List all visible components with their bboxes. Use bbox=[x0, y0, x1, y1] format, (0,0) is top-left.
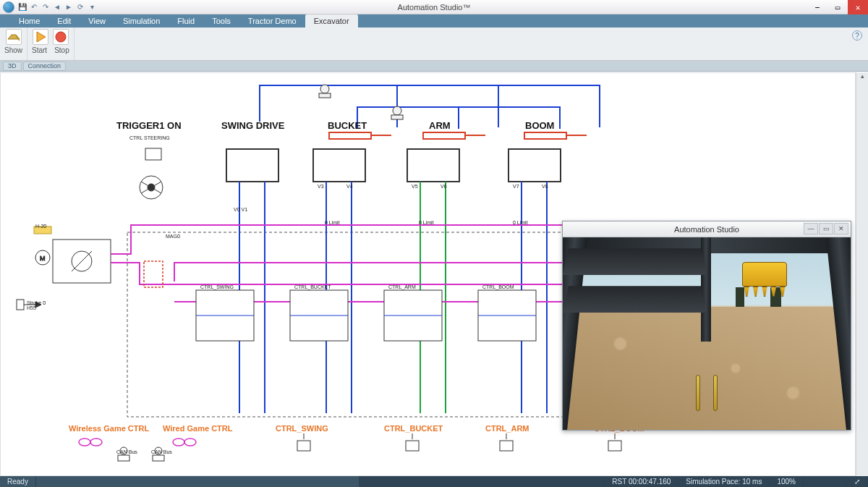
label-limit-1: 0 Limit bbox=[325, 220, 340, 225]
window-minimize-button[interactable] bbox=[807, 0, 827, 14]
label-h20: H-20 bbox=[35, 224, 46, 229]
ribbon-stop-label: Stop bbox=[54, 46, 69, 54]
menu-bar: Home Edit View Simulation Fluid Tools Tr… bbox=[0, 14, 868, 27]
show-3d-button[interactable] bbox=[6, 29, 22, 45]
ribbon-sub-tabs: 3D Connection bbox=[0, 61, 868, 72]
svg-rect-4 bbox=[319, 93, 331, 98]
status-zoom-slider[interactable] bbox=[804, 476, 847, 487]
svg-text:M: M bbox=[40, 255, 46, 262]
svg-rect-8 bbox=[313, 149, 365, 182]
ribbon: Show Start Stop ? bbox=[0, 27, 868, 61]
label-ctrl-bucket-small: CTRL_BUCKET bbox=[294, 284, 331, 289]
title-bar: 💾 ↶ ↷ ◄ ► ⟳ ▾ Automation Studio™ bbox=[0, 0, 868, 14]
label-wireless-game-ctrl: Wireless Game CTRL bbox=[69, 424, 149, 433]
label-limit-2: 0 Limit bbox=[419, 220, 434, 225]
label-v8: V8 bbox=[542, 184, 548, 189]
panel-maximize-button[interactable]: ▭ bbox=[819, 223, 833, 234]
svg-rect-31 bbox=[144, 261, 163, 287]
svg-rect-13 bbox=[423, 132, 465, 139]
ribbon-start-label: Start bbox=[32, 46, 47, 54]
qat-refresh-icon[interactable]: ⟳ bbox=[75, 2, 85, 12]
status-pace: Simulation Pace: 10 ms bbox=[678, 476, 770, 487]
svg-rect-53 bbox=[118, 455, 129, 461]
qat-more-icon[interactable]: ▾ bbox=[87, 2, 97, 12]
window-maximize-button[interactable] bbox=[827, 0, 848, 14]
status-ready: Ready bbox=[0, 476, 36, 487]
menu-home[interactable]: Home bbox=[10, 14, 48, 27]
panel-close-button[interactable]: ✕ bbox=[834, 223, 848, 234]
stop-simulation-button[interactable] bbox=[53, 29, 69, 45]
panel-minimize-button[interactable]: — bbox=[804, 223, 818, 234]
quick-access-toolbar: 💾 ↶ ↷ ◄ ► ⟳ ▾ bbox=[17, 2, 97, 12]
status-zoom: 100% bbox=[770, 476, 804, 487]
label-ctrl-bucket: CTRL_BUCKET bbox=[384, 424, 443, 433]
svg-rect-63 bbox=[17, 300, 24, 310]
svg-rect-9 bbox=[407, 149, 459, 182]
label-ctrl-boom-small: CTRL_BOOM bbox=[482, 284, 514, 289]
menu-tractor-demo[interactable]: Tractor Demo bbox=[239, 14, 305, 27]
qat-redo-icon[interactable]: ↷ bbox=[41, 2, 51, 12]
svg-point-51 bbox=[184, 439, 196, 446]
ribbon-show-label: Show bbox=[4, 46, 22, 54]
excavator-3d-viewport[interactable] bbox=[563, 237, 851, 430]
window-close-button[interactable] bbox=[848, 0, 868, 14]
label-ctrl-steering: CTRL STEERING bbox=[129, 135, 170, 140]
label-v4: V4 bbox=[346, 184, 353, 189]
svg-rect-11 bbox=[329, 132, 371, 139]
label-v5: V5 bbox=[412, 184, 418, 189]
menu-view[interactable]: View bbox=[80, 14, 114, 27]
svg-point-3 bbox=[320, 85, 329, 93]
label-ctrl-swing-small: CTRL_SWING bbox=[200, 284, 234, 289]
ribbon-group-show: Show bbox=[0, 27, 27, 60]
svg-rect-10 bbox=[509, 149, 561, 182]
panel-title-bar[interactable]: Automation Studio — ▭ ✕ bbox=[563, 221, 851, 237]
svg-point-48 bbox=[79, 439, 90, 446]
svg-marker-0 bbox=[37, 32, 46, 42]
svg-rect-44 bbox=[500, 441, 513, 451]
label-wired-game-ctrl: Wired Game CTRL bbox=[163, 424, 232, 433]
menu-edit[interactable]: Edit bbox=[48, 14, 80, 27]
label-can-bus-1: CAN Bus bbox=[116, 449, 137, 454]
scroll-up-icon[interactable]: ▴ bbox=[856, 72, 868, 85]
svg-point-1 bbox=[56, 32, 66, 42]
menu-tools[interactable]: Tools bbox=[203, 14, 239, 27]
menu-fluid[interactable]: Fluid bbox=[169, 14, 203, 27]
qat-undo-icon[interactable]: ↶ bbox=[29, 2, 39, 12]
control-levers bbox=[696, 375, 718, 411]
label-v0v1: V0 V1 bbox=[234, 207, 247, 212]
qat-forward-icon[interactable]: ► bbox=[64, 2, 74, 12]
menu-simulation[interactable]: Simulation bbox=[114, 14, 169, 27]
label-limit-3: 0 Limit bbox=[513, 220, 528, 225]
label-can-bus-2: CAN Bus bbox=[151, 449, 172, 454]
help-icon[interactable]: ? bbox=[852, 30, 862, 41]
label-ctrl-arm-small: CTRL_ARM bbox=[388, 284, 416, 289]
vertical-scrollbar[interactable]: ▴ bbox=[856, 72, 868, 476]
label-stroke: Stroke 0 H55 bbox=[27, 300, 46, 310]
label-v3: V3 bbox=[318, 184, 324, 189]
label-trigger1: TRIGGER1 ON bbox=[116, 120, 182, 131]
label-bucket: BUCKET bbox=[328, 120, 367, 131]
label-ctrl-swing: CTRL_SWING bbox=[276, 424, 328, 433]
label-boom: BOOM bbox=[525, 120, 554, 131]
start-simulation-button[interactable] bbox=[33, 29, 48, 45]
simulation-3d-panel[interactable]: Automation Studio — ▭ ✕ bbox=[562, 221, 851, 431]
svg-rect-42 bbox=[406, 441, 419, 451]
label-v7: V7 bbox=[513, 184, 519, 189]
qat-back-icon[interactable]: ◄ bbox=[52, 2, 62, 12]
svg-rect-40 bbox=[297, 441, 310, 451]
menu-excavator[interactable]: Excavator bbox=[305, 14, 358, 27]
subtab-connection[interactable]: Connection bbox=[23, 62, 67, 71]
status-fit-icon[interactable]: ⤢ bbox=[847, 476, 868, 487]
ribbon-group-simulation: Start Stop bbox=[27, 27, 75, 60]
status-progress bbox=[359, 476, 605, 487]
svg-rect-55 bbox=[153, 455, 164, 461]
qat-save-icon[interactable]: 💾 bbox=[17, 2, 27, 12]
app-logo-icon bbox=[3, 1, 14, 13]
subtab-3d[interactable]: 3D bbox=[3, 62, 22, 71]
svg-rect-46 bbox=[608, 441, 621, 451]
label-swing-drive: SWING DRIVE bbox=[221, 120, 284, 131]
label-arm: ARM bbox=[429, 120, 451, 131]
label-v6: V6 bbox=[441, 184, 447, 189]
label-mag0: MAG0 bbox=[166, 234, 180, 239]
svg-rect-60 bbox=[145, 148, 161, 160]
